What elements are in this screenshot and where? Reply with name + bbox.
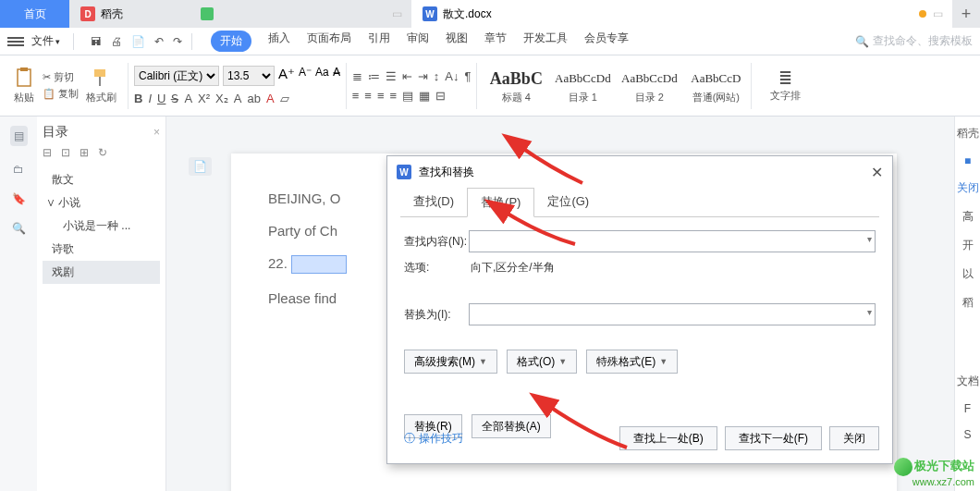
sort-icon[interactable]: A↓ (445, 69, 459, 83)
tab-start[interactable]: 开始 (211, 31, 251, 52)
increase-indent-icon[interactable]: ⇥ (418, 69, 428, 83)
distribute-icon[interactable]: ▤ (402, 89, 413, 103)
tab-devtools[interactable]: 开发工具 (523, 31, 568, 52)
align-center-icon[interactable]: ≡ (364, 89, 372, 103)
toc-item[interactable]: 散文 (43, 168, 160, 191)
copy-button[interactable]: 📋复制 (43, 87, 79, 101)
toc-item-expandable[interactable]: ∨ 小说 (43, 191, 160, 215)
font-color-icon[interactable]: A (266, 92, 275, 105)
tab-find[interactable]: 查找(D) (400, 188, 467, 216)
font-a-icon[interactable]: A (184, 92, 192, 105)
format-painter-button[interactable]: 格式刷 (80, 67, 122, 104)
find-prev-button[interactable]: 查找上一处(B) (619, 426, 717, 450)
font-name-select[interactable]: Calibri (正文) (134, 66, 219, 86)
text-arrange-button[interactable]: ≣ 文字排 (770, 68, 801, 103)
chevron-down-icon[interactable]: ▾ (867, 307, 872, 317)
close-button[interactable]: 关闭 (829, 426, 879, 450)
numbering-icon[interactable]: ≔ (368, 69, 380, 83)
special-format-button[interactable]: 特殊格式(E)▼ (586, 350, 678, 374)
paste-indicator-icon[interactable]: 📄 (189, 157, 212, 176)
rp-item[interactable]: 文档 (957, 374, 979, 389)
italic-icon[interactable]: I (148, 92, 152, 105)
tab-daoke[interactable]: D 稻壳 (69, 0, 190, 28)
bold-icon[interactable]: B (134, 92, 142, 105)
tab-insert[interactable]: 插入 (268, 31, 290, 52)
tab-unknown[interactable]: ▭ (190, 0, 411, 28)
search-pane-icon[interactable]: 🔍 (12, 222, 26, 235)
toc-add-icon[interactable]: ⊞ (80, 146, 89, 159)
multilevel-icon[interactable]: ☰ (386, 69, 397, 83)
highlight-icon[interactable]: ab (247, 92, 260, 105)
rp-item[interactable]: 稻壳 (957, 126, 979, 141)
chevron-down-icon[interactable]: ▾ (867, 234, 872, 244)
align-left-icon[interactable]: ≡ (352, 89, 360, 103)
tab-layout[interactable]: 页面布局 (307, 31, 351, 52)
file-menu[interactable]: 文件▾ (28, 33, 64, 49)
tab-icon[interactable]: ⊟ (435, 89, 446, 103)
qa-redo-icon[interactable]: ↷ (173, 35, 182, 48)
toc-collapse-icon[interactable]: ⊡ (61, 146, 70, 159)
cut-button[interactable]: ✂剪切 (43, 70, 79, 84)
toc-item[interactable]: 小说是一种 ... (43, 215, 160, 238)
tab-home[interactable]: 首页 (0, 0, 69, 28)
outline-pane-icon[interactable]: ▤ (10, 126, 28, 146)
replace-all-button[interactable]: 全部替换(A) (472, 414, 551, 438)
paragraph-mark-icon[interactable]: ¶ (464, 69, 471, 83)
tips-link[interactable]: ⓘ 操作技巧 (404, 431, 463, 447)
tab-review[interactable]: 审阅 (407, 31, 429, 52)
rp-item[interactable]: 关闭 (957, 180, 979, 196)
linespace-icon[interactable]: ↕ (434, 69, 440, 83)
qa-save-icon[interactable]: 🖬 (91, 35, 102, 48)
text-effect-icon[interactable]: A (234, 92, 242, 105)
replace-input[interactable] (469, 303, 876, 325)
sidebar-close-icon[interactable]: × (153, 126, 160, 139)
toc-expand-icon[interactable]: ⊟ (43, 146, 52, 159)
style-normal-web[interactable]: AaBbCcD普通(网站) (686, 67, 745, 104)
rp-item[interactable]: 高 (962, 209, 974, 225)
shading-icon[interactable]: ▱ (280, 92, 289, 105)
toc-item[interactable]: 诗歌 (43, 238, 160, 261)
align-justify-icon[interactable]: ≡ (390, 89, 398, 103)
tab-document[interactable]: W 散文.docx ▭ (411, 0, 952, 28)
style-toc1[interactable]: AaBbCcDd目录 1 (553, 67, 612, 104)
rp-item[interactable]: F (964, 402, 971, 415)
tab-reference[interactable]: 引用 (368, 31, 390, 52)
decrease-indent-icon[interactable]: ⇤ (402, 69, 412, 83)
find-next-button[interactable]: 查找下一处(F) (725, 426, 822, 450)
toc-refresh-icon[interactable]: ↻ (98, 146, 107, 159)
underline-icon[interactable]: U (157, 92, 165, 105)
change-case-icon[interactable]: Aa (315, 66, 329, 86)
style-gallery[interactable]: AaBbC标题 4 AaBbCcDd目录 1 AaBbCcDd目录 2 AaBb… (486, 67, 745, 104)
paste-button[interactable]: 粘贴 (7, 67, 41, 104)
command-search[interactable]: 🔍 查找命令、搜索模板 (855, 33, 973, 49)
rp-item[interactable]: 稻 (962, 295, 974, 311)
tab-section[interactable]: 章节 (484, 31, 507, 52)
clear-format-icon[interactable]: A̶ (333, 66, 340, 86)
border-icon[interactable]: ▦ (419, 89, 430, 103)
align-right-icon[interactable]: ≡ (377, 89, 385, 103)
style-heading4[interactable]: AaBbC标题 4 (486, 67, 545, 104)
bookmark-icon[interactable]: 🔖 (12, 192, 26, 205)
folder-icon[interactable]: 🗀 (13, 163, 24, 176)
style-toc2[interactable]: AaBbCcDd目录 2 (619, 67, 679, 104)
format-button[interactable]: 格式(O)▼ (507, 350, 577, 374)
rp-item[interactable]: 以 (962, 266, 974, 282)
subscript-icon[interactable]: X₂ (215, 92, 228, 105)
rp-item[interactable]: ■ (964, 154, 971, 167)
strike-icon[interactable]: S̶ (171, 92, 178, 105)
superscript-icon[interactable]: X² (198, 92, 210, 105)
toc-item-selected[interactable]: 戏剧 (43, 261, 160, 284)
font-size-select[interactable]: 13.5 (223, 66, 275, 86)
qa-print-icon[interactable]: 🖨 (111, 35, 122, 48)
rp-item[interactable]: 开 (962, 238, 974, 253)
grow-font-icon[interactable]: A⁺ (278, 66, 295, 86)
tab-view[interactable]: 视图 (446, 31, 468, 52)
tab-add-button[interactable]: + (952, 0, 980, 28)
tab-vip[interactable]: 会员专享 (584, 31, 629, 52)
qa-undo-icon[interactable]: ↶ (154, 35, 164, 48)
dialog-close-button[interactable]: ✕ (871, 164, 883, 181)
qa-preview-icon[interactable]: 📄 (131, 35, 145, 48)
rp-item[interactable]: S (963, 428, 971, 441)
advanced-search-button[interactable]: 高级搜索(M)▼ (404, 350, 497, 374)
hamburger-icon[interactable] (7, 35, 24, 48)
